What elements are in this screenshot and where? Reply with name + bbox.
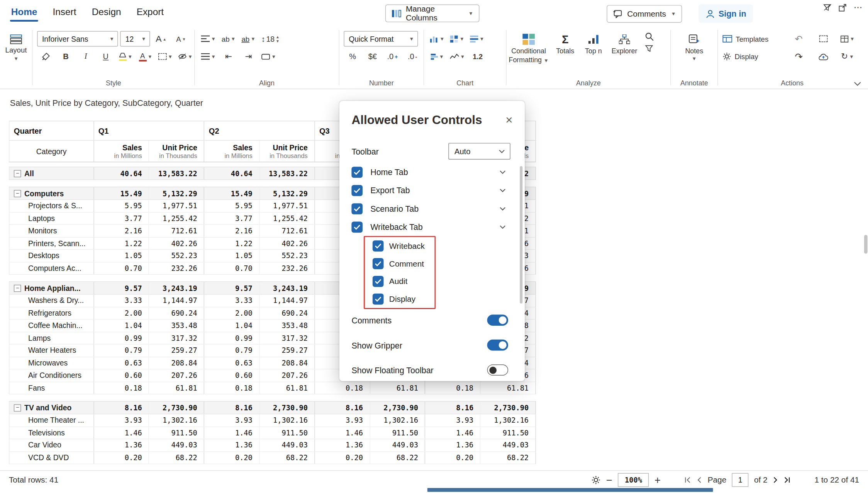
sales-cell[interactable]: 1.22 <box>93 237 149 249</box>
filter-toggle-icon[interactable] <box>823 4 832 11</box>
display-button[interactable]: Display <box>722 49 783 64</box>
sales-cell[interactable]: 0.18 <box>93 382 149 394</box>
sales-cell[interactable]: 5.95 <box>93 200 149 212</box>
visibility-button[interactable]: ▼ <box>176 49 194 64</box>
sales-cell[interactable]: 1.04 <box>93 320 149 332</box>
price-cell[interactable]: 1,977.51 <box>259 200 314 212</box>
sales-cell[interactable]: 8.16 <box>204 401 259 414</box>
sparkline-button[interactable]: ▼ <box>448 49 466 64</box>
quarter-corner-header[interactable]: Quarter <box>9 121 93 140</box>
price-cell[interactable]: 690.24 <box>259 307 314 319</box>
sales-cell[interactable]: 0.70 <box>204 262 259 274</box>
sales-cell[interactable]: 1.46 <box>93 427 149 439</box>
sales-cell[interactable]: 1.36 <box>93 439 149 451</box>
menu-tab-insert[interactable]: Insert <box>45 0 84 23</box>
sales-cell[interactable]: 8.16 <box>314 401 370 414</box>
sales-cell[interactable]: 8.16 <box>93 401 149 414</box>
row-label[interactable]: −TV and Video <box>9 401 93 414</box>
sales-cell[interactable]: 1.05 <box>204 250 259 262</box>
filter-icon[interactable] <box>645 45 654 52</box>
cloud-upload-icon[interactable] <box>814 49 832 64</box>
sales-cell[interactable]: 3.93 <box>314 414 370 426</box>
vertical-scrollbar-thumb[interactable] <box>864 235 868 254</box>
chart-layout-button[interactable]: ▼ <box>468 31 486 46</box>
price-cell[interactable]: 2,730.90 <box>149 401 204 414</box>
price-cell[interactable]: 402.26 <box>149 237 204 249</box>
sales-cell[interactable]: 1.04 <box>204 320 259 332</box>
close-icon[interactable]: × <box>503 113 515 127</box>
price-cell[interactable]: 68.22 <box>149 452 204 464</box>
measure-header[interactable]: Unit Pricein Thousands <box>149 141 204 162</box>
price-cell[interactable]: 449.03 <box>259 439 314 451</box>
expand-icon[interactable] <box>839 3 846 11</box>
merge-cells-button[interactable]: ▼ <box>259 49 278 64</box>
bold-button[interactable]: B <box>57 49 75 64</box>
zoom-in-button[interactable]: + <box>654 474 661 485</box>
price-cell[interactable]: 911.50 <box>370 427 425 439</box>
price-cell[interactable]: 207.26 <box>259 369 314 381</box>
price-cell[interactable]: 68.22 <box>370 452 425 464</box>
sales-cell[interactable]: 0.60 <box>93 369 149 381</box>
sales-cell[interactable]: 2.00 <box>204 307 259 319</box>
row-label[interactable]: Projectors & S... <box>9 200 93 212</box>
row-label[interactable]: Desktops <box>9 250 93 262</box>
checkbox[interactable] <box>351 167 363 178</box>
wrap-text-button[interactable]: ab ▼ <box>220 31 237 46</box>
chart-style-button[interactable]: ▼ <box>448 31 466 46</box>
sales-cell[interactable]: 1.22 <box>204 237 259 249</box>
data-bars-button[interactable]: ▼ <box>429 49 446 64</box>
sales-cell[interactable]: 0.60 <box>204 369 259 381</box>
redo-button[interactable]: ↷ <box>790 49 808 64</box>
row-label[interactable]: −Home Applian... <box>9 282 93 294</box>
decrease-decimal-button[interactable]: .0- <box>403 49 421 64</box>
horizontal-align-button[interactable]: ▼ <box>199 31 217 46</box>
templates-button[interactable]: Templates <box>722 32 783 46</box>
horizontal-scrollbar-thumb[interactable] <box>427 488 713 492</box>
price-cell[interactable]: 353.48 <box>259 320 314 332</box>
price-cell[interactable]: 690.24 <box>149 307 204 319</box>
row-label[interactable]: Refrigerators <box>9 307 93 319</box>
first-page-button[interactable] <box>684 476 691 483</box>
layout-button[interactable]: Layout ▼ <box>1 34 31 61</box>
row-label[interactable]: Microwaves <box>9 357 93 369</box>
measure-header[interactable]: Unit Pricein Thousands <box>259 141 314 162</box>
sales-cell[interactable]: 1.46 <box>204 427 259 439</box>
price-cell[interactable]: 208.84 <box>259 357 314 369</box>
row-label[interactable]: Coffee Machin... <box>9 320 93 332</box>
increase-font-size-button[interactable]: A▲ <box>152 31 170 46</box>
price-cell[interactable]: 353.48 <box>149 320 204 332</box>
row-label[interactable]: −All <box>9 167 93 180</box>
fill-color-button[interactable]: ▼ <box>117 49 135 64</box>
price-cell[interactable]: 5,132.29 <box>149 187 204 200</box>
font-family-select[interactable]: Inforiver Sans ▼ <box>37 31 118 46</box>
row-height-control[interactable]: ↕ 18 ▲▼ <box>259 31 281 46</box>
price-cell[interactable]: 232.26 <box>149 262 204 274</box>
dialog-scrollbar[interactable] <box>520 166 522 304</box>
price-cell[interactable]: 1,977.51 <box>149 200 204 212</box>
sales-cell[interactable]: 0.20 <box>93 452 149 464</box>
sales-cell[interactable]: 0.20 <box>204 452 259 464</box>
menu-tab-design[interactable]: Design <box>84 0 129 23</box>
price-cell[interactable]: 208.84 <box>149 357 204 369</box>
sales-cell[interactable]: 2.00 <box>93 307 149 319</box>
sales-cell[interactable]: 40.64 <box>93 167 149 180</box>
font-size-select[interactable]: 12 ▼ <box>120 31 150 46</box>
category-header[interactable]: Category <box>9 141 93 162</box>
search-icon[interactable] <box>645 32 654 41</box>
price-cell[interactable]: 552.23 <box>259 250 314 262</box>
checkbox[interactable] <box>373 294 384 305</box>
quick-format-select[interactable]: Quick Format ▼ <box>344 31 418 46</box>
price-cell[interactable]: 449.03 <box>370 439 425 451</box>
row-label[interactable]: Computers Ac... <box>9 262 93 274</box>
price-cell[interactable]: 1,144.97 <box>259 295 314 307</box>
price-cell[interactable]: 1,255.42 <box>149 212 204 224</box>
price-cell[interactable]: 911.50 <box>149 427 204 439</box>
price-cell[interactable]: 317.32 <box>149 332 204 344</box>
price-cell[interactable]: 911.50 <box>259 427 314 439</box>
sales-cell[interactable]: 3.93 <box>204 414 259 426</box>
comments-button[interactable]: Comments ▼ <box>607 5 682 23</box>
undo-button[interactable]: ↶ <box>790 31 808 46</box>
price-cell[interactable]: 1,302.16 <box>259 414 314 426</box>
price-cell[interactable]: 2,730.90 <box>370 401 425 414</box>
sales-cell[interactable]: 1.36 <box>425 439 480 451</box>
